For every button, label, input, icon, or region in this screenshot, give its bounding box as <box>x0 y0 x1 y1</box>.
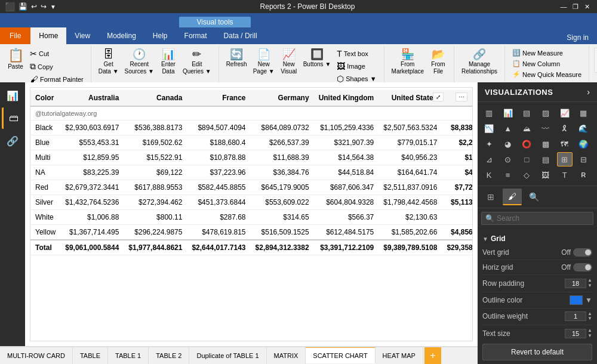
viz-icon-funnel[interactable]: ⊿ <box>481 152 497 166</box>
outline-color-swatch[interactable] <box>570 295 583 305</box>
panel-tab-analytics[interactable]: 🔍 <box>524 189 543 205</box>
new-quick-measure-btn[interactable]: ⚡ New Quick Measure <box>510 69 584 79</box>
viz-icon-textbox[interactable]: T <box>557 168 573 182</box>
viz-icon-multirow-card[interactable]: ▤ <box>538 152 553 166</box>
viz-icon-kpi[interactable]: K <box>481 168 497 182</box>
new-measure-btn[interactable]: 🔢 New Measure <box>510 48 584 58</box>
viz-icon-slicer[interactable]: ≡ <box>500 168 516 182</box>
search-input[interactable] <box>497 214 589 223</box>
edit-queries-btn[interactable]: ✏ EditQueries ▼ <box>180 48 214 76</box>
tab-duplicate-table-1[interactable]: Duplicate of TABLE 1 <box>189 347 266 364</box>
add-page-btn[interactable]: + <box>424 347 441 364</box>
sidebar-btn-data[interactable]: 🗃 <box>2 107 23 129</box>
viz-icon-stacked-area[interactable]: ⛰ <box>519 121 534 135</box>
tab-view[interactable]: View <box>66 27 99 44</box>
tab-scatter-chart[interactable]: SCATTER CHART <box>306 347 375 363</box>
viz-icon-r-visual[interactable]: R <box>576 168 591 182</box>
viz-icon-line[interactable]: 📉 <box>481 121 497 135</box>
viz-icon-matrix[interactable]: ⊟ <box>576 152 591 166</box>
viz-icon-100-bar[interactable]: ▤ <box>519 106 534 120</box>
new-visual-btn[interactable]: 📈 NewVisual <box>278 48 300 76</box>
minimize-btn[interactable]: — <box>559 2 568 11</box>
viz-icon-stacked-col[interactable]: ▨ <box>538 106 553 120</box>
sidebar-btn-report[interactable]: 📊 <box>2 85 23 106</box>
tab-format[interactable]: Format <box>176 27 216 44</box>
quick-access-more[interactable]: ▼ <box>50 4 56 10</box>
panel-tab-fields[interactable]: ⊞ <box>481 189 500 205</box>
quick-access-undo[interactable]: ↩ <box>31 2 37 11</box>
sidebar-btn-relationships[interactable]: 🔗 <box>2 130 23 152</box>
publish-btn[interactable]: 📤 Publish <box>594 48 597 73</box>
text-size-down[interactable]: ▼ <box>587 334 592 339</box>
refresh-btn[interactable]: 🔄 Refresh <box>224 48 250 69</box>
textbox-btn[interactable]: T Text box <box>334 48 378 60</box>
horiz-grid-label: Horiz grid <box>482 263 513 272</box>
new-page-btn[interactable]: 📄 NewPage ▼ <box>251 48 277 76</box>
visual-tools-tab[interactable]: Visual tools <box>179 17 251 27</box>
tab-heat-map[interactable]: HEAT MAP <box>376 347 423 364</box>
col-header-germany: Germany <box>251 90 314 106</box>
viz-icon-pie[interactable]: ◕ <box>500 137 516 151</box>
viz-icon-filled-map[interactable]: 🌍 <box>576 137 591 151</box>
sign-in-btn[interactable]: Sign in <box>558 31 597 44</box>
quick-access-save[interactable]: 💾 <box>19 2 27 11</box>
quick-access-redo[interactable]: ↪ <box>41 2 47 11</box>
viz-icon-clustered-bar[interactable]: 📊 <box>500 106 516 120</box>
copy-btn[interactable]: ⧉ Copy <box>27 60 86 73</box>
text-size-label: Text size <box>482 329 510 338</box>
paste-btn[interactable]: 📋 Paste <box>5 48 26 72</box>
tab-table-1[interactable]: TABLE 1 <box>108 347 149 364</box>
viz-icon-clustered-col[interactable]: 📈 <box>557 106 573 120</box>
from-file-btn[interactable]: 📂 FromFile <box>427 48 449 76</box>
panel-tab-format[interactable]: 🖌 <box>503 189 522 205</box>
buttons-btn[interactable]: 🔲 Buttons ▼ <box>301 48 334 69</box>
viz-icon-image[interactable]: 🖼 <box>538 168 553 182</box>
tab-help[interactable]: Help <box>144 27 176 44</box>
viz-icon-100-col[interactable]: ▦ <box>576 106 591 120</box>
recent-sources-btn[interactable]: 🕐 RecentSources ▼ <box>122 48 156 76</box>
viz-icon-line-clustered[interactable]: 〰 <box>538 121 553 135</box>
vert-grid-toggle[interactable] <box>573 248 592 257</box>
image-btn[interactable]: 🖼 Image <box>334 60 378 72</box>
outline-weight-down[interactable]: ▼ <box>587 316 592 322</box>
revert-to-default-btn[interactable]: Revert to default <box>482 344 592 360</box>
tab-table-2[interactable]: TABLE 2 <box>149 347 189 364</box>
text-size-input[interactable] <box>565 329 586 338</box>
cut-btn[interactable]: ✂ Cut <box>27 48 86 60</box>
viz-icon-card[interactable]: □ <box>519 152 534 166</box>
tab-multi-row-card[interactable]: MULTI-ROW CARD <box>0 347 73 364</box>
viz-icon-area[interactable]: ▲ <box>500 121 516 135</box>
viz-icon-shape[interactable]: ◇ <box>519 168 534 182</box>
image-icon: 🖼 <box>337 61 345 71</box>
outline-weight-input[interactable] <box>565 311 586 321</box>
outline-color-dropdown[interactable]: ▼ <box>585 296 592 304</box>
viz-icon-stacked-bar[interactable]: ▥ <box>481 106 497 120</box>
viz-icon-ribbon[interactable]: 🎗 <box>557 121 573 135</box>
viz-icon-gauge[interactable]: ⊙ <box>500 152 516 166</box>
panel-expand-btn[interactable]: › <box>587 87 590 97</box>
manage-relationships-btn[interactable]: 🔗 ManageRelationships <box>459 48 500 76</box>
get-data-btn[interactable]: 🗄 GetData ▼ <box>96 48 121 76</box>
row-padding-down[interactable]: ▼ <box>587 283 592 289</box>
tab-file[interactable]: File <box>0 27 30 44</box>
tab-modeling[interactable]: Modeling <box>99 27 144 44</box>
row-padding-input[interactable] <box>565 279 586 288</box>
viz-icon-scatter[interactable]: ✦ <box>481 137 497 151</box>
from-marketplace-btn[interactable]: 🏪 FromMarketplace <box>389 48 426 76</box>
horiz-grid-toggle[interactable] <box>573 263 592 272</box>
close-btn[interactable]: ✕ <box>583 2 592 11</box>
cell-7-2: $296,224.9875 <box>124 225 187 240</box>
viz-icon-waterfall[interactable]: 🌊 <box>576 121 591 135</box>
viz-icon-map[interactable]: 🗺 <box>557 137 573 151</box>
viz-icon-table[interactable]: ⊞ <box>557 152 573 166</box>
enter-data-btn[interactable]: 📊 EnterData <box>158 48 179 76</box>
restore-btn[interactable]: ❐ <box>571 2 580 11</box>
viz-icon-donut[interactable]: ⭕ <box>519 137 534 151</box>
tab-data-drill[interactable]: Data / Drill <box>216 27 266 44</box>
viz-icon-treemap[interactable]: ▩ <box>538 137 553 151</box>
tab-matrix[interactable]: MATRIX <box>267 347 306 364</box>
tab-home[interactable]: Home <box>30 27 66 44</box>
grid-section-header[interactable]: ▼ Grid <box>482 232 592 245</box>
new-column-btn[interactable]: 📋 New Column <box>510 58 584 69</box>
tab-table[interactable]: TABLE <box>73 347 108 364</box>
